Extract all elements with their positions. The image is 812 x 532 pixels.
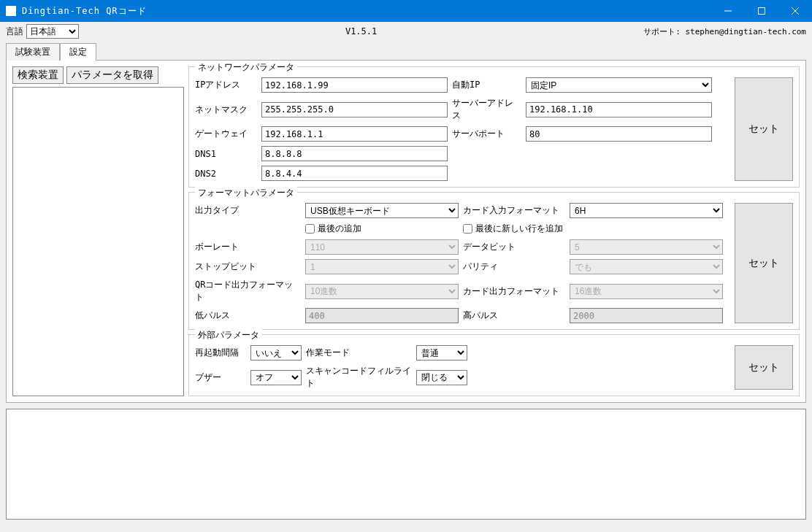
netmask-label: ネットマスク [195, 104, 257, 116]
baud-label: ボーレート [195, 241, 301, 253]
svg-rect-1 [759, 8, 765, 15]
gateway-label: ゲートウェイ [195, 128, 257, 140]
ip-input[interactable] [261, 77, 448, 93]
high-pulse-label: 高パルス [463, 309, 565, 322]
external-set-button[interactable]: セット [735, 345, 793, 390]
maximize-button[interactable] [745, 0, 778, 22]
buzzer-label: ブザー [195, 371, 246, 384]
scan-fill-light-select[interactable]: 閉じる [416, 370, 467, 385]
ip-label: IPアドレス [195, 79, 257, 91]
work-mode-label: 作業モード [306, 347, 412, 359]
search-device-button[interactable]: 検索装置 [12, 66, 64, 84]
reboot-interval-select[interactable]: いいえ [250, 345, 302, 361]
stopbit-select: 1 [305, 259, 459, 274]
dns1-input[interactable] [261, 146, 448, 161]
external-group: 外部パラメータ 再起動間隔 いいえ 作業モード 普通 ブザー オフ スキャンコー… [188, 334, 800, 396]
server-addr-input[interactable] [526, 102, 712, 117]
scan-fill-light-label: スキャンコードフィルライト [306, 365, 412, 390]
databit-select: 5 [570, 239, 723, 255]
server-port-label: サーバポート [452, 128, 521, 140]
settings-page: 検索装置 パラメータを取得 ネットワークパラメータ IPアドレス 自動IP 固定… [6, 60, 806, 403]
close-button[interactable] [778, 0, 812, 22]
output-type-label: 出力タイプ [195, 204, 301, 217]
dns2-label: DNS2 [195, 169, 257, 179]
buzzer-select[interactable]: オフ [250, 370, 302, 385]
low-pulse-input [305, 308, 459, 323]
network-set-button[interactable]: セット [735, 77, 793, 181]
append-newline-checkbox-row: 最後に新しい行を追加 [463, 223, 723, 235]
minimize-icon [724, 7, 732, 15]
get-params-button[interactable]: パラメータを取得 [66, 66, 158, 84]
server-addr-label: サーバーアドレス [452, 97, 521, 122]
append-last-label: 最後の追加 [318, 223, 361, 235]
append-last-checkbox-row: 最後の追加 [305, 223, 459, 235]
tabs: 試験装置 設定 [0, 42, 812, 60]
format-group: フォーマットパラメータ 出力タイプ USB仮想キーボード カード入力フォーマット… [188, 192, 800, 330]
auto-ip-select[interactable]: 固定IP [526, 77, 712, 93]
maximize-icon [758, 7, 765, 15]
card-input-fmt-select[interactable]: 6H [570, 203, 723, 218]
card-out-fmt-label: カード出力フォーマット [463, 285, 565, 298]
server-port-input[interactable] [526, 126, 712, 142]
netmask-input[interactable] [261, 102, 448, 117]
app-icon [6, 6, 16, 16]
external-group-title: 外部パラメータ [195, 329, 262, 342]
baud-select: 110 [305, 239, 459, 255]
databit-label: データビット [463, 241, 565, 253]
card-input-fmt-label: カード入力フォーマット [463, 204, 565, 217]
append-newline-checkbox[interactable] [463, 224, 472, 234]
language-label: 言語 [6, 26, 23, 38]
language-select[interactable]: 日本語 [26, 24, 79, 39]
output-type-select[interactable]: USB仮想キーボード [305, 203, 459, 218]
dns1-label: DNS1 [195, 149, 257, 159]
qr-out-fmt-select: 10進数 [305, 284, 459, 299]
network-group: ネットワークパラメータ IPアドレス 自動IP 固定IP ネットマスク サーバー… [188, 66, 800, 188]
tab-settings[interactable]: 設定 [60, 43, 96, 61]
qr-out-fmt-label: QRコード出力フォーマット [195, 279, 301, 304]
auto-ip-label: 自動IP [452, 79, 521, 91]
parity-label: パリティ [463, 261, 565, 273]
format-set-button[interactable]: セット [735, 203, 793, 323]
topbar: 言語 日本語 V1.5.1 サポート: stephen@dingtian-tec… [0, 22, 812, 41]
append-newline-label: 最後に新しい行を追加 [475, 223, 563, 235]
low-pulse-label: 低パルス [195, 309, 301, 322]
window-title: Dingtian-Tech QRコード [22, 5, 711, 18]
card-out-fmt-select: 16進数 [570, 284, 723, 299]
high-pulse-input [570, 308, 723, 323]
format-group-title: フォーマットパラメータ [195, 187, 297, 199]
close-icon [792, 7, 799, 15]
minimize-button[interactable] [711, 0, 745, 22]
window-controls [711, 0, 812, 22]
gateway-input[interactable] [261, 126, 448, 142]
stopbit-label: ストップビット [195, 261, 301, 273]
titlebar: Dingtian-Tech QRコード [0, 0, 812, 22]
reboot-interval-label: 再起動間隔 [195, 347, 246, 359]
tab-test-device[interactable]: 試験装置 [6, 43, 60, 61]
support-label: サポート: stephen@dingtian-tech.com [643, 26, 806, 37]
dns2-input[interactable] [261, 166, 448, 181]
log-area[interactable] [6, 409, 806, 520]
version-label: V1.5.1 [79, 26, 643, 36]
parity-select: でも [570, 259, 723, 274]
device-list[interactable] [12, 87, 184, 396]
work-mode-select[interactable]: 普通 [416, 345, 467, 361]
network-group-title: ネットワークパラメータ [195, 61, 297, 74]
append-last-checkbox[interactable] [305, 224, 315, 234]
